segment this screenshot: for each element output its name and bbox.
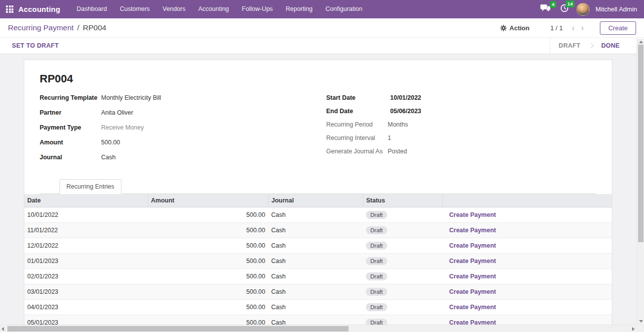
cell-journal: Cash <box>268 207 363 223</box>
pager-previous-icon[interactable]: ‹ <box>569 24 578 31</box>
form-sheet: RP004 Recurring Template Monthly Electri… <box>24 60 612 332</box>
nav-item-vendors[interactable]: Vendors <box>156 0 192 18</box>
pager-count: 1 / 1 <box>550 24 563 32</box>
cell-status: Draft <box>363 254 442 269</box>
table-row[interactable]: 12/01/2022 500.00 Cash Draft Create Paym… <box>24 238 612 254</box>
table-row[interactable]: 10/01/2022 500.00 Cash Draft Create Paym… <box>24 207 612 223</box>
odoo-screen: Accounting Dashboard Customers Vendors A… <box>0 0 644 332</box>
cell-amount: 500.00 <box>148 254 268 269</box>
create-payment-link[interactable]: Create Payment <box>445 288 496 295</box>
field-end-date: End Date 05/06/2023 <box>326 108 596 115</box>
table-row[interactable]: 03/01/2023 500.00 Cash Draft Create Paym… <box>24 284 612 300</box>
messages-count-badge: 4 <box>550 1 556 8</box>
nav-item-configuration[interactable]: Configuration <box>319 0 369 18</box>
field-value: Posted <box>388 148 407 155</box>
scrollbar-corner <box>637 325 644 332</box>
table-row[interactable]: 04/01/2023 500.00 Cash Draft Create Paym… <box>24 300 612 315</box>
field-generate-journal-as: Generate Journal As Posted <box>326 148 596 155</box>
field-label: Journal <box>40 154 101 161</box>
nav-item-follow-ups[interactable]: Follow-Ups <box>235 0 280 18</box>
cell-action: Create Payment <box>442 254 612 269</box>
cell-amount: 500.00 <box>148 284 268 300</box>
user-menu[interactable]: Mitchell Admin <box>595 5 637 13</box>
control-panel-right: Action 1 / 1 ‹ › Create <box>500 21 636 35</box>
field-value: 05/06/2023 <box>388 108 421 115</box>
column-header-amount[interactable]: Amount <box>148 194 268 207</box>
table-row[interactable]: 02/01/2023 500.00 Cash Draft Create Paym… <box>24 269 612 284</box>
breadcrumb-current: RP004 <box>83 23 106 32</box>
record-title: RP004 <box>40 72 596 85</box>
create-payment-link[interactable]: Create Payment <box>445 304 496 311</box>
table-row[interactable]: 11/01/2022 500.00 Cash Draft Create Paym… <box>24 223 612 238</box>
field-journal: Journal Cash <box>40 154 326 161</box>
chat-bubbles-icon <box>540 4 550 12</box>
nav-item-customers[interactable]: Customers <box>114 0 156 18</box>
create-payment-link[interactable]: Create Payment <box>445 211 496 218</box>
cell-amount: 500.00 <box>148 300 268 315</box>
nav-item-reporting[interactable]: Reporting <box>279 0 319 18</box>
field-grid: Recurring Template Monthly Electricity B… <box>40 94 596 169</box>
create-button[interactable]: Create <box>600 21 636 35</box>
vertical-scrollbar[interactable] <box>637 39 644 325</box>
breadcrumb-parent-link[interactable]: Recurring Payment <box>8 23 74 32</box>
cell-date: 01/01/2023 <box>24 254 148 269</box>
fields-left-column: Recurring Template Monthly Electricity B… <box>40 94 326 169</box>
field-amount: Amount 500.00 <box>40 139 326 146</box>
cell-action: Create Payment <box>442 223 612 238</box>
horizontal-scrollbar[interactable] <box>0 325 637 332</box>
scroll-left-arrow-icon[interactable] <box>1 327 4 331</box>
apps-home-menu[interactable]: Accounting <box>6 5 60 13</box>
cell-status: Draft <box>363 284 442 300</box>
apps-grid-icon[interactable] <box>6 5 13 13</box>
breadcrumb: Recurring Payment / RP004 <box>8 23 106 32</box>
column-header-journal[interactable]: Journal <box>268 194 363 207</box>
tab-recurring-entries[interactable]: Recurring Entries <box>59 179 121 194</box>
create-payment-link[interactable]: Create Payment <box>445 242 496 249</box>
messages-menu[interactable]: 4 <box>538 2 552 16</box>
field-label: Recurring Template <box>40 94 101 101</box>
field-recurring-period: Recurring Period Months <box>326 121 596 128</box>
nav-item-dashboard[interactable]: Dashboard <box>70 0 114 18</box>
app-name[interactable]: Accounting <box>18 5 60 13</box>
field-value: 1 <box>388 134 391 141</box>
cell-amount: 500.00 <box>148 238 268 254</box>
nav-item-accounting[interactable]: Accounting <box>192 0 235 18</box>
cell-journal: Cash <box>268 238 363 254</box>
status-badge: Draft <box>366 242 387 250</box>
create-payment-link[interactable]: Create Payment <box>445 227 496 234</box>
vertical-scrollbar-thumb[interactable] <box>638 45 644 242</box>
user-avatar[interactable] <box>577 3 589 16</box>
cell-amount: 500.00 <box>148 269 268 284</box>
field-recurring-interval: Recurring Interval 1 <box>326 134 596 141</box>
column-header-status[interactable]: Status <box>363 194 442 207</box>
cell-journal: Cash <box>268 300 363 315</box>
control-panel: Recurring Payment / RP004 Action <box>0 18 644 38</box>
cell-status: Draft <box>363 223 442 238</box>
top-navbar: Accounting Dashboard Customers Vendors A… <box>0 0 644 18</box>
table-row[interactable]: 01/01/2023 500.00 Cash Draft Create Paym… <box>24 254 612 269</box>
fields-right-column: Start Date 10/01/2022 End Date 05/06/202… <box>326 94 596 169</box>
horizontal-scrollbar-thumb[interactable] <box>7 326 349 332</box>
main-menu: Dashboard Customers Vendors Accounting F… <box>70 0 369 18</box>
cell-journal: Cash <box>268 223 363 238</box>
pager-next-icon[interactable]: › <box>578 24 587 31</box>
state-draft[interactable]: DRAFT <box>550 42 589 49</box>
scroll-down-arrow-icon[interactable] <box>639 320 643 323</box>
cell-date: 02/01/2023 <box>24 269 148 284</box>
scroll-right-arrow-icon[interactable] <box>632 327 635 331</box>
action-menu-button[interactable]: Action <box>500 24 529 32</box>
state-done[interactable]: DONE <box>593 42 628 49</box>
activities-menu[interactable]: 14 <box>558 1 571 17</box>
set-to-draft-button[interactable]: SET TO DRAFT <box>12 42 59 49</box>
field-value: Cash <box>101 154 116 161</box>
create-payment-link[interactable]: Create Payment <box>445 273 496 280</box>
field-value: Anita Oliver <box>101 109 133 116</box>
status-badge: Draft <box>366 226 387 234</box>
field-value: Months <box>388 121 408 128</box>
column-header-date[interactable]: Date <box>24 194 148 207</box>
field-value: 10/01/2022 <box>388 94 421 101</box>
create-payment-link[interactable]: Create Payment <box>445 258 496 265</box>
recurring-entries-table: Date Amount Journal Status <box>24 194 612 330</box>
field-label: Start Date <box>326 94 388 101</box>
scroll-up-arrow-icon[interactable] <box>639 41 643 43</box>
